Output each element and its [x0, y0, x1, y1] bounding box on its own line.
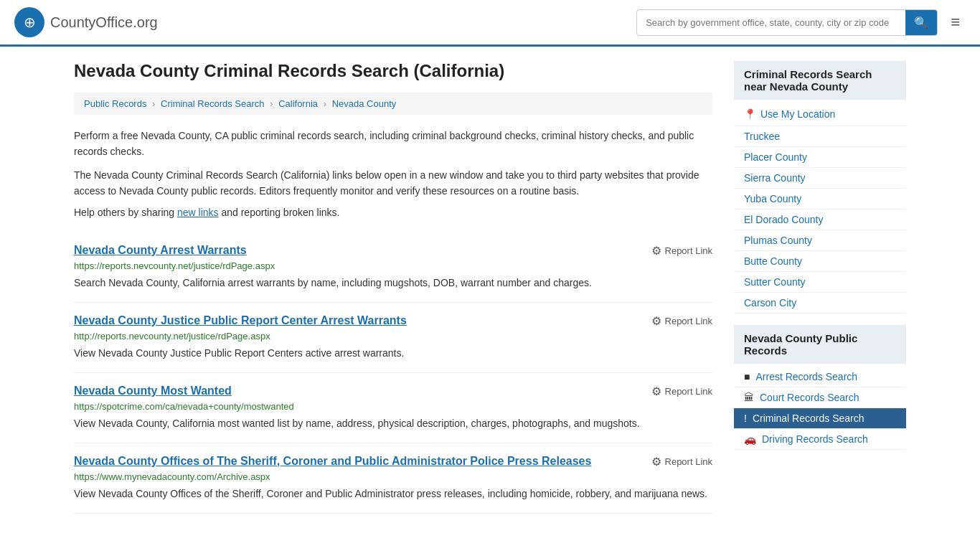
report-icon: ⚙ [651, 244, 661, 258]
report-icon: ⚙ [651, 455, 661, 468]
nearby-link[interactable]: Butte County [744, 255, 896, 267]
search-button[interactable]: 🔍 [905, 10, 937, 35]
report-link-button[interactable]: ⚙ Report Link [651, 455, 712, 468]
public-records-header: Nevada County Public Records [734, 325, 906, 364]
breadcrumb: Public Records › Criminal Records Search… [74, 93, 712, 115]
driving-records-link[interactable]: Driving Records Search [762, 433, 868, 445]
main-container: Nevada County Criminal Records Search (C… [60, 47, 920, 528]
result-desc: View Nevada County Offices of the Sherif… [74, 486, 712, 501]
result-title-link[interactable]: Nevada County Most Wanted [74, 385, 232, 397]
report-link-button[interactable]: ⚙ Report Link [651, 385, 712, 398]
nearby-link[interactable]: Plumas County [744, 235, 896, 246]
location-pin-icon: 📍 [744, 108, 756, 120]
nearby-section-header: Criminal Records Search near Nevada Coun… [734, 61, 906, 100]
breadcrumb-public-records[interactable]: Public Records [84, 98, 146, 109]
search-bar: 🔍 [636, 9, 938, 36]
result-item: Nevada County Arrest Warrants ⚙ Report L… [74, 232, 712, 303]
list-item: ■ Arrest Records Search [734, 367, 906, 387]
nearby-link[interactable]: Truckee [744, 131, 896, 142]
list-item: Sierra County [734, 168, 906, 189]
list-item: Truckee [734, 126, 906, 147]
site-header: ⊕ CountyOffice.org 🔍 ≡ [0, 0, 980, 47]
court-records-link[interactable]: Court Records Search [760, 392, 859, 403]
intro-text-2: The Nevada County Criminal Records Searc… [74, 167, 712, 199]
result-header: Nevada County Offices of The Sheriff, Co… [74, 455, 712, 468]
breadcrumb-california[interactable]: California [278, 98, 318, 109]
logo-icon: ⊕ [14, 7, 44, 37]
criminal-records-link[interactable]: Criminal Records Search [753, 413, 864, 424]
result-title-link[interactable]: Nevada County Justice Public Report Cent… [74, 314, 407, 327]
nearby-links-list: Truckee Placer County Sierra County Yuba… [734, 126, 906, 314]
use-location-button[interactable]: 📍 Use My Location [734, 103, 906, 126]
list-item: Placer County [734, 147, 906, 168]
nearby-link[interactable]: Placer County [744, 151, 896, 163]
list-item: Yuba County [734, 189, 906, 209]
list-item: 🚗 Driving Records Search [734, 429, 906, 450]
hamburger-menu[interactable]: ≡ [945, 10, 966, 34]
nearby-link[interactable]: Carson City [744, 297, 896, 309]
list-item: Carson City [734, 293, 906, 314]
nearby-link[interactable]: Sutter County [744, 276, 896, 288]
page-title: Nevada County Criminal Records Search (C… [74, 61, 712, 81]
result-url: http://reports.nevcounty.net/justice/rdP… [74, 331, 712, 342]
list-item: Plumas County [734, 230, 906, 251]
result-desc: Search Nevada County, California arrest … [74, 276, 712, 291]
result-title-link[interactable]: Nevada County Offices of The Sheriff, Co… [74, 455, 591, 468]
header-right: 🔍 ≡ [636, 9, 966, 36]
result-desc: View Nevada County Justice Public Report… [74, 346, 712, 361]
share-text: Help others by sharing new links and rep… [74, 207, 712, 218]
public-records-section: Nevada County Public Records ■ Arrest Re… [734, 325, 906, 450]
list-item: El Dorado County [734, 209, 906, 230]
breadcrumb-criminal-records[interactable]: Criminal Records Search [161, 98, 265, 109]
intro-text-1: Perform a free Nevada County, CA public … [74, 128, 712, 160]
result-header: Nevada County Arrest Warrants ⚙ Report L… [74, 244, 712, 258]
report-link-button[interactable]: ⚙ Report Link [651, 314, 712, 328]
list-item: Sutter County [734, 272, 906, 293]
nearby-section: Criminal Records Search near Nevada Coun… [734, 61, 906, 314]
logo-text: CountyOffice.org [50, 14, 158, 31]
list-item: Butte County [734, 251, 906, 272]
search-input[interactable] [637, 11, 905, 34]
report-icon: ⚙ [651, 314, 661, 328]
result-item: Nevada County Justice Public Report Cent… [74, 303, 712, 373]
content-area: Nevada County Criminal Records Search (C… [74, 61, 712, 514]
result-url: https://reports.nevcounty.net/justice/rd… [74, 260, 712, 271]
list-item-active: ! Criminal Records Search [734, 408, 906, 429]
driving-records-icon: 🚗 [744, 433, 756, 445]
logo-area: ⊕ CountyOffice.org [14, 7, 158, 37]
criminal-records-icon: ! [744, 413, 747, 424]
result-url: https://spotcrime.com/ca/nevada+county/m… [74, 401, 712, 412]
court-records-icon: 🏛 [744, 392, 754, 403]
report-icon: ⚙ [651, 385, 661, 398]
result-header: Nevada County Most Wanted ⚙ Report Link [74, 385, 712, 398]
nearby-link[interactable]: Yuba County [744, 193, 896, 204]
list-item: 🏛 Court Records Search [734, 387, 906, 408]
nearby-link[interactable]: Sierra County [744, 172, 896, 184]
breadcrumb-nevada-county[interactable]: Nevada County [332, 98, 397, 109]
report-link-button[interactable]: ⚙ Report Link [651, 244, 712, 258]
arrest-records-link[interactable]: Arrest Records Search [755, 371, 857, 382]
result-item: Nevada County Most Wanted ⚙ Report Link … [74, 373, 712, 443]
arrest-records-icon: ■ [744, 371, 750, 382]
result-header: Nevada County Justice Public Report Cent… [74, 314, 712, 328]
result-item: Nevada County Offices of The Sheriff, Co… [74, 443, 712, 514]
result-url: https://www.mynevadacounty.com/Archive.a… [74, 471, 712, 482]
result-desc: View Nevada County, California most want… [74, 416, 712, 431]
new-links-link[interactable]: new links [177, 207, 219, 218]
nearby-link[interactable]: El Dorado County [744, 214, 896, 225]
sidebar: Criminal Records Search near Nevada Coun… [734, 61, 906, 514]
result-title-link[interactable]: Nevada County Arrest Warrants [74, 244, 247, 257]
